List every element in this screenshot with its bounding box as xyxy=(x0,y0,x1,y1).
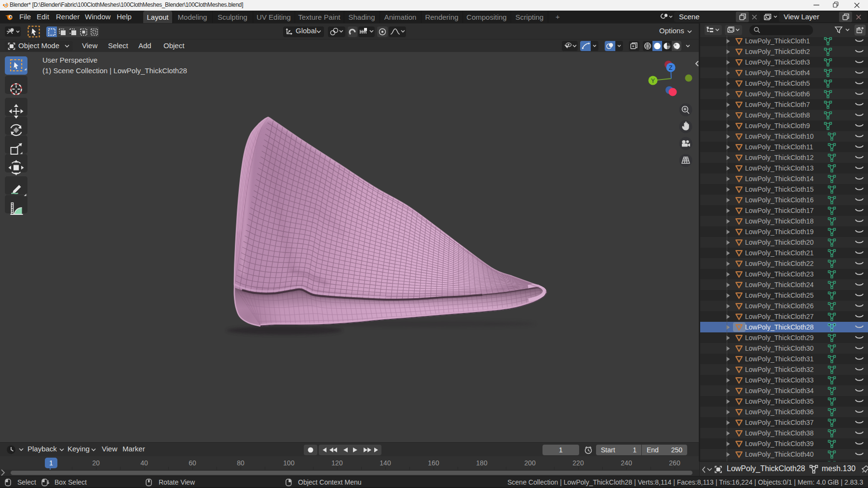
svg-text:Y: Y xyxy=(651,78,655,84)
svg-text:Z: Z xyxy=(669,65,672,71)
